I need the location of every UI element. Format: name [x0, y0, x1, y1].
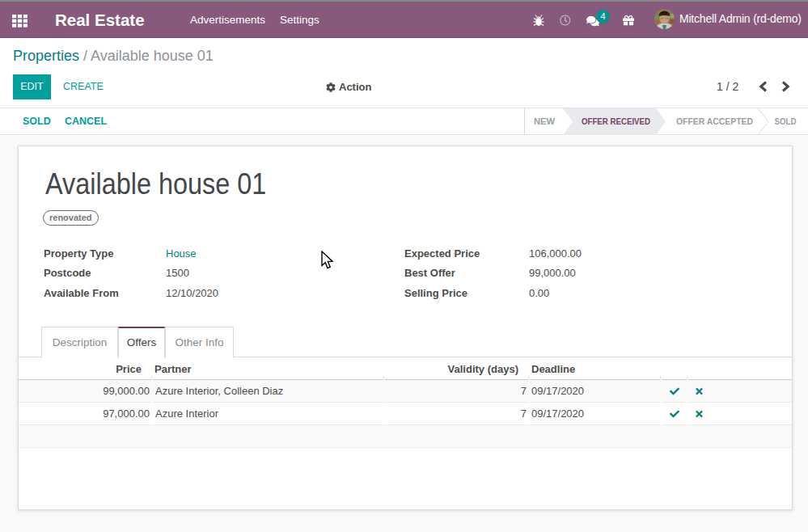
svg-text:OFFER ACCEPTED: OFFER ACCEPTED — [676, 116, 753, 126]
svg-text:NEW: NEW — [534, 116, 556, 126]
svg-text:OFFER RECEIVED: OFFER RECEIVED — [582, 116, 650, 126]
svg-text:SOLD: SOLD — [775, 116, 797, 126]
